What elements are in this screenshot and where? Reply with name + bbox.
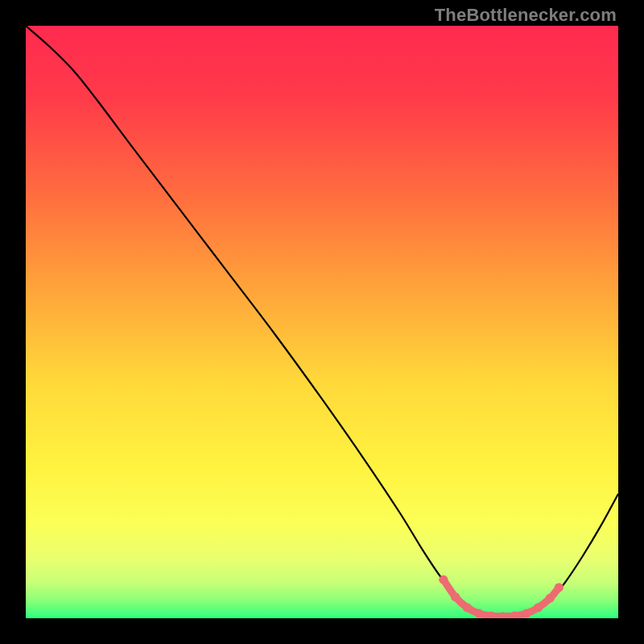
bottleneck-chart xyxy=(26,26,618,618)
optimal-band-bead xyxy=(474,609,483,618)
optimal-band-bead xyxy=(463,603,472,612)
gradient-background xyxy=(26,26,618,618)
optimal-band-bead xyxy=(534,603,543,612)
optimal-band-bead xyxy=(439,576,448,584)
attribution-text: TheBottlenecker.com xyxy=(435,5,617,26)
optimal-band-bead xyxy=(546,593,555,602)
optimal-band-bead xyxy=(555,583,564,592)
chart-frame xyxy=(26,26,618,618)
optimal-band-bead xyxy=(522,609,530,618)
optimal-band-bead xyxy=(451,592,460,601)
